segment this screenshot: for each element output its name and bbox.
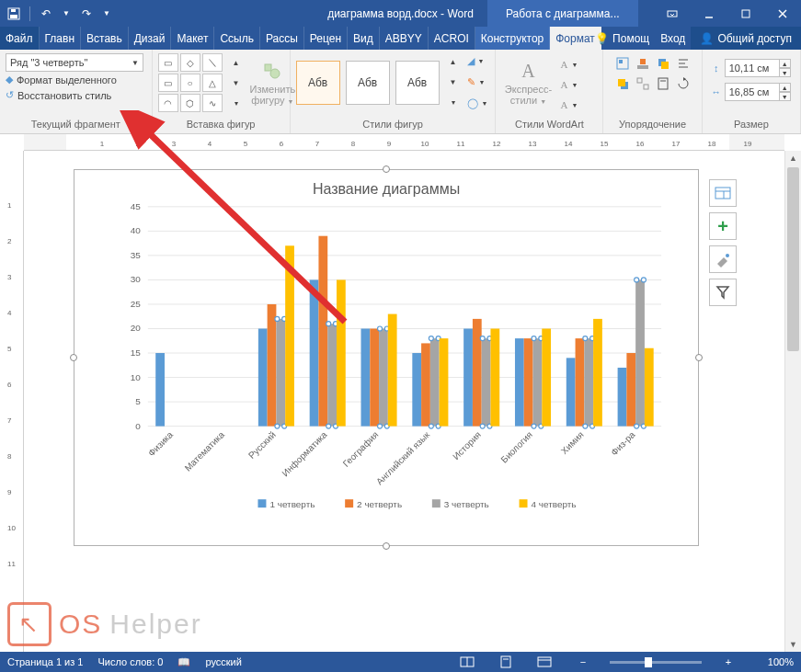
share-button[interactable]: 👤Общий доступ [691,27,801,50]
tab-рассы[interactable]: Рассы [260,27,304,50]
proofing-icon[interactable]: 📖 [177,656,190,668]
tab-главн[interactable]: Главн [40,27,82,50]
close-button[interactable] [764,0,801,27]
width-up[interactable]: ▲ [780,83,791,92]
print-layout-button[interactable] [494,652,518,672]
ribbon-options-button[interactable] [654,0,691,27]
shape-gallery[interactable]: ▭◇＼ ▭○△ ◠⬡∿ [158,53,223,112]
position-button[interactable] [614,55,631,72]
shape-gallery-more[interactable]: ▾ [228,95,245,111]
scroll-thumb[interactable] [787,167,799,351]
text-outline-button[interactable]: A▼ [560,77,578,92]
tab-вид[interactable]: Вид [348,27,380,50]
zoom-slider[interactable] [610,661,702,664]
maximize-button[interactable] [727,0,764,27]
style-gallery-more[interactable]: ▾ [445,95,462,111]
style-scroll-down[interactable]: ▼ [445,74,462,91]
svg-point-106 [583,336,588,341]
minimize-button[interactable] [691,0,727,27]
shape-height-input[interactable]: 10,11 см [725,59,780,77]
tab-ссыль[interactable]: Ссыль [214,27,260,50]
shape-style-2[interactable]: Абв [346,61,390,105]
zoom-level[interactable]: 100% [755,656,794,667]
qat-customize[interactable]: ▼ [98,6,115,22]
read-mode-button[interactable] [455,652,479,672]
send-backward-button[interactable] [614,75,631,92]
web-layout-button[interactable] [532,652,556,672]
text-fill-button[interactable]: A▼ [560,57,578,72]
tab-макет[interactable]: Макет [171,27,214,50]
svg-rect-125 [432,499,441,507]
svg-rect-104 [576,338,585,427]
vertical-scrollbar[interactable]: ▲ ▼ [784,151,801,652]
shape-style-3[interactable]: Абв [395,61,440,105]
chart-layout-button[interactable] [709,179,737,207]
tab-рецен[interactable]: Рецен [304,27,348,50]
chart-element-selector[interactable]: Ряд "3 четверть"▼ [6,53,143,72]
tab-вставь[interactable]: Вставь [81,27,129,50]
reset-style-button[interactable]: ↺ Восстановить стиль [6,87,146,103]
wrap-text-button[interactable] [635,55,651,72]
undo-button[interactable]: ↶ [38,6,54,22]
shape-style-gallery[interactable]: Абв Абв Абв [296,61,440,105]
text-effects-button[interactable]: A▼ [560,97,578,112]
svg-rect-65 [337,279,346,426]
scroll-down-button[interactable]: ▼ [785,637,801,652]
tab-конструктор[interactable]: Конструктор [475,27,550,50]
shape-scroll-up[interactable]: ▲ [228,54,245,71]
height-down[interactable]: ▼ [780,68,791,77]
resize-handle-n[interactable] [383,165,390,173]
tab-дизай[interactable]: Дизай [129,27,172,50]
rotate-button[interactable] [675,75,692,92]
height-up[interactable]: ▲ [780,59,791,68]
format-selection-button[interactable]: ◆ Формат выделенного [6,72,146,87]
ribbon-group-current-selection: Ряд "3 четверть"▼ ◆ Формат выделенного ↺… [0,50,153,133]
chart-filter-button[interactable] [709,279,737,306]
svg-point-72 [378,424,383,428]
scroll-up-button[interactable]: ▲ [785,151,801,165]
svg-text:30: 30 [131,274,142,284]
word-count[interactable]: Число слов: 0 [97,656,163,667]
svg-rect-113 [626,353,635,427]
selection-pane-button[interactable] [655,75,671,92]
shape-fill-button[interactable]: ◢▼ [467,53,488,69]
horizontal-ruler[interactable]: 12345678910111213141516171819 [24,134,784,151]
zoom-out-button[interactable]: − [571,652,595,672]
page[interactable]: Название диаграммы 051015202530354045Физ… [24,151,784,652]
shape-outline-button[interactable]: ✎▼ [467,74,488,90]
shape-effects-button[interactable]: ◯▼ [467,96,488,111]
tab-file[interactable]: Файл [0,27,40,50]
save-button[interactable] [6,6,22,22]
chart-plot-area[interactable]: 051015202530354045ФизикаМатематикаРусски… [102,179,680,536]
vertical-ruler[interactable]: 1234567891011 [0,151,24,652]
svg-point-90 [480,424,485,428]
bring-forward-button[interactable] [655,55,671,72]
group-button[interactable] [635,75,651,92]
page-indicator[interactable]: Страница 1 из 1 [7,656,83,667]
chart-styles-button[interactable] [709,245,737,273]
tell-me[interactable]: 💡Помощ [589,27,655,50]
svg-rect-101 [542,328,551,426]
language-indicator[interactable]: русский [205,656,241,667]
redo-button[interactable]: ↷ [78,6,95,22]
resize-handle-e[interactable] [695,354,703,361]
change-shape-button[interactable]: Изменить фигуру ▼ [250,53,296,112]
svg-text:20: 20 [131,323,142,333]
sign-in[interactable]: Вход [655,27,691,50]
undo-dropdown[interactable]: ▼ [58,6,74,22]
wordart-quick-styles[interactable]: A Экспресс- стили ▼ [501,53,555,112]
style-scroll-up[interactable]: ▲ [445,54,462,71]
shape-style-1[interactable]: Абв [296,61,340,105]
zoom-in-button[interactable]: + [716,652,740,672]
width-down[interactable]: ▼ [780,92,791,101]
resize-handle-w[interactable] [70,354,77,361]
align-button[interactable] [675,55,692,72]
chart-elements-button[interactable]: + [709,212,737,240]
shape-scroll-down[interactable]: ▼ [228,74,245,91]
tab-acroi[interactable]: ACROI [429,27,475,50]
chart-object[interactable]: Название диаграммы 051015202530354045Физ… [74,169,699,546]
shape-width-input[interactable]: 16,85 см [725,83,780,101]
svg-point-115 [635,278,639,282]
tab-abbyy[interactable]: ABBYY [380,27,429,50]
resize-handle-s[interactable] [383,542,390,550]
